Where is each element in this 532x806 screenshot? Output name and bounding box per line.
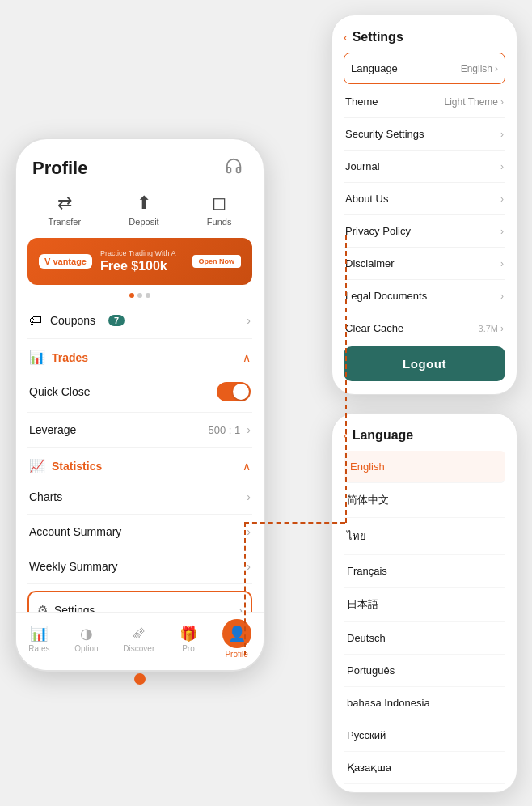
statistics-chevron-up: ∧ <box>243 460 251 473</box>
language-russian[interactable]: Русский <box>344 719 505 752</box>
quick-close-toggle[interactable] <box>217 382 251 401</box>
settings-about-chevron: › <box>500 193 504 205</box>
profile-title: Profile <box>32 158 87 179</box>
statistics-section-header[interactable]: 📈 Statistics ∧ <box>27 448 252 480</box>
language-sc-label: 简体中文 <box>347 493 389 507</box>
nav-discover[interactable]: 🗞 Discover <box>123 626 154 653</box>
coupons-chevron: › <box>247 314 251 327</box>
language-english[interactable]: English <box>344 451 505 483</box>
quick-close-label: Quick Close <box>29 385 90 398</box>
discover-icon: 🗞 <box>132 626 146 643</box>
dot-2 <box>137 293 142 298</box>
nav-option-label: Option <box>74 644 98 653</box>
banner[interactable]: V vantage Practice Trading With A Free $… <box>27 238 252 285</box>
nav-pro-label: Pro <box>182 644 195 653</box>
language-screen-title: Language <box>353 428 414 443</box>
language-kazakh[interactable]: Қазақша <box>344 752 505 784</box>
transfer-label: Transfer <box>49 217 82 227</box>
settings-security-row[interactable]: Security Settings › <box>344 118 505 151</box>
language-french[interactable]: Français <box>344 555 505 588</box>
logout-button[interactable]: Logout <box>344 346 505 381</box>
language-top-bar: ‹ Language <box>332 414 517 451</box>
language-japanese-label: 日本語 <box>347 597 378 612</box>
toggle-knob <box>233 384 249 400</box>
banner-text-top: Practice Trading With A <box>100 249 184 257</box>
dot-3 <box>146 293 150 298</box>
charts-label: Charts <box>29 490 62 503</box>
settings-journal-chevron: › <box>500 161 504 172</box>
language-portuguese[interactable]: Português <box>344 655 505 687</box>
language-french-label: Français <box>347 565 387 577</box>
transfer-icon: ⇄ <box>57 193 72 214</box>
settings-theme-row[interactable]: Theme Light Theme › <box>344 86 505 118</box>
language-list: English 简体中文 ไทย Français 日本語 Deutsch Po… <box>332 451 517 792</box>
settings-language-chevron: › <box>495 63 498 74</box>
banner-dots <box>16 293 264 298</box>
language-german[interactable]: Deutsch <box>344 622 505 655</box>
settings-legal-row[interactable]: Legal Documents › <box>344 280 505 312</box>
settings-security-chevron: › <box>500 129 504 140</box>
settings-about-row[interactable]: About Us › <box>344 183 505 215</box>
settings-theme-current: Light Theme <box>445 96 499 108</box>
language-indonesian[interactable]: bahasa Indonesia <box>344 687 505 719</box>
leverage-row[interactable]: Leverage 500 : 1 › <box>27 413 252 448</box>
weekly-summary-row[interactable]: Weekly Summary › <box>27 549 252 584</box>
settings-cache-chevron: › <box>500 323 504 334</box>
settings-about-label: About Us <box>345 193 388 205</box>
language-simplified-chinese[interactable]: 简体中文 <box>344 483 505 518</box>
leverage-value: 500 : 1 <box>209 424 241 436</box>
settings-privacy-chevron: › <box>500 226 504 237</box>
account-summary-chevron: › <box>247 525 251 538</box>
leverage-label: Leverage <box>29 423 76 436</box>
language-thai-label: ไทย <box>347 528 366 545</box>
connector-v2 <box>345 235 347 523</box>
settings-security-label: Security Settings <box>345 128 424 140</box>
coupons-row[interactable]: 🏷 Coupons 7 › <box>27 303 252 339</box>
rates-icon: 📊 <box>30 625 48 643</box>
settings-label: Settings <box>54 604 95 612</box>
menu-section: 🏷 Coupons 7 › 📊 Trades ∧ Quick Close <box>16 303 264 612</box>
settings-language-current: English <box>461 63 492 74</box>
charts-row[interactable]: Charts › <box>27 480 252 515</box>
settings-disclaimer-row[interactable]: Disclaimer › <box>344 248 505 280</box>
dot-1 <box>129 293 134 298</box>
settings-cache-row[interactable]: Clear Cache 3.7M › <box>344 312 505 338</box>
settings-theme-value: Light Theme › <box>445 96 505 108</box>
settings-cache-label: Clear Cache <box>345 322 403 334</box>
settings-chevron: › <box>239 604 243 612</box>
deposit-action[interactable]: ⬆ Deposit <box>129 193 158 227</box>
trades-section-header[interactable]: 📊 Trades ∧ <box>27 339 252 371</box>
pro-icon: 🎁 <box>179 625 197 643</box>
language-japanese[interactable]: 日本語 <box>344 588 505 622</box>
language-portuguese-label: Português <box>347 664 395 677</box>
trades-chevron-up: ∧ <box>243 351 251 364</box>
weekly-summary-chevron: › <box>247 560 251 573</box>
profile-nav-box: 👤 <box>222 619 251 648</box>
bottom-connector-dot <box>134 673 146 685</box>
account-summary-row[interactable]: Account Summary › <box>27 515 252 549</box>
language-thai[interactable]: ไทย <box>344 518 505 555</box>
banner-open-btn[interactable]: Open Now <box>192 255 242 268</box>
banner-text-main: Free $100k <box>100 259 184 274</box>
nav-discover-label: Discover <box>123 644 154 653</box>
settings-theme-chevron: › <box>500 96 504 108</box>
settings-legal-chevron: › <box>500 291 504 302</box>
settings-journal-row[interactable]: Journal › <box>344 151 505 183</box>
settings-gear-icon: ⚙ <box>37 603 48 612</box>
nav-pro[interactable]: 🎁 Pro <box>179 625 197 653</box>
settings-cache-value: 3.7M › <box>479 323 504 334</box>
coupon-icon: 🏷 <box>29 313 42 328</box>
transfer-action[interactable]: ⇄ Transfer <box>49 193 82 227</box>
headphone-icon[interactable] <box>225 157 247 180</box>
funds-action[interactable]: ◻ Funds <box>207 193 232 227</box>
language-mongolian[interactable]: Монгол <box>344 784 505 792</box>
coupons-label: Coupons <box>50 314 95 327</box>
settings-language-row[interactable]: Language English › <box>344 53 505 84</box>
settings-privacy-row[interactable]: Privacy Policy › <box>344 215 505 248</box>
nav-option[interactable]: ◑ Option <box>74 625 98 653</box>
settings-row[interactable]: ⚙ Settings › <box>27 591 252 612</box>
nav-rates[interactable]: 📊 Rates <box>28 625 49 653</box>
nav-profile[interactable]: 👤 Profile <box>222 619 251 659</box>
settings-back-icon[interactable]: ‹ <box>344 31 348 44</box>
settings-legal-label: Legal Documents <box>345 290 427 302</box>
